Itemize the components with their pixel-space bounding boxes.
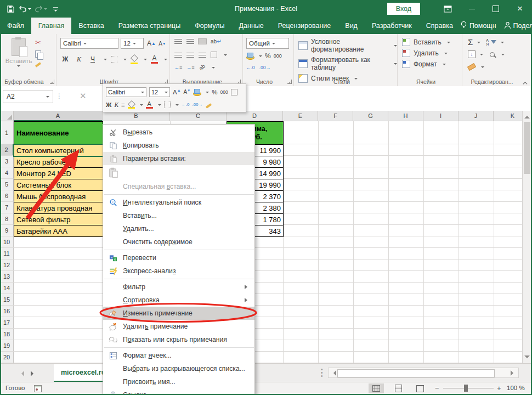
- mini-comma-button[interactable]: 000: [220, 89, 228, 95]
- italic-button[interactable]: К: [74, 54, 84, 65]
- fill-color-icon[interactable]: [131, 55, 138, 64]
- menu-item-edit-comment[interactable]: Изменить примечание: [103, 307, 254, 320]
- scroll-up-icon[interactable]: [524, 113, 530, 119]
- menu-item-show-hide-comments[interactable]: Показать или скрыть примечания: [103, 333, 254, 346]
- menu-item-define-name[interactable]: Присвоить имя...: [103, 375, 254, 388]
- scroll-left-icon[interactable]: [331, 370, 336, 376]
- mini-fill-color-icon[interactable]: [128, 101, 135, 109]
- menu-item-delete-cells[interactable]: Удалить...: [103, 222, 254, 235]
- row-header-10[interactable]: 10: [0, 236, 14, 247]
- align-middle-icon[interactable]: [186, 39, 194, 44]
- menu-item-paste-special[interactable]: Специальная вставка...: [103, 180, 254, 193]
- underline-dropdown[interactable]: [104, 59, 107, 62]
- share-label[interactable]: Поделиться: [513, 22, 532, 30]
- mini-align-icon[interactable]: ≡: [121, 101, 125, 108]
- scroll-down-icon[interactable]: [524, 356, 530, 361]
- mini-grow-font-button[interactable]: A▲: [173, 88, 181, 95]
- maximize-button[interactable]: [484, 0, 508, 18]
- signin-button[interactable]: Вход: [387, 3, 420, 15]
- row-header-18[interactable]: 18: [0, 329, 14, 340]
- bold-button[interactable]: Ж: [60, 54, 70, 65]
- mini-borders-icon[interactable]: [164, 101, 171, 108]
- row-header-2[interactable]: 2: [0, 144, 14, 155]
- row-header-4[interactable]: 4: [0, 167, 14, 178]
- font-name-combo[interactable]: Calibri: [60, 38, 118, 49]
- font-size-combo[interactable]: 12: [121, 38, 144, 49]
- borders-dropdown[interactable]: [123, 59, 127, 62]
- mini-font-color-icon[interactable]: А: [146, 101, 153, 109]
- menu-item-format-cells[interactable]: Формат ячеек...: [103, 349, 254, 362]
- menu-item-paste-option[interactable]: [103, 165, 254, 180]
- tab-insert[interactable]: Вставка: [71, 18, 111, 34]
- increase-decimal-icon[interactable]: ←.0: [246, 65, 255, 70]
- menu-item-delete-comment[interactable]: Удалить примечание: [103, 320, 254, 333]
- name-box[interactable]: A2: [3, 90, 53, 103]
- horizontal-scroll-thumb[interactable]: [337, 369, 495, 377]
- align-left-icon[interactable]: [174, 53, 182, 58]
- macro-record-icon[interactable]: [34, 385, 42, 392]
- row-header-12[interactable]: 12: [0, 259, 14, 270]
- menu-item-sort[interactable]: Сортировка: [103, 294, 254, 307]
- mini-font-color-dropdown[interactable]: [158, 104, 161, 108]
- autosum-dropdown[interactable]: [477, 42, 480, 45]
- mini-percent-button[interactable]: %: [212, 89, 217, 95]
- vertical-scrollbar[interactable]: [522, 111, 531, 363]
- tab-data[interactable]: Данные: [232, 18, 271, 34]
- percent-style-button[interactable]: %: [265, 52, 271, 60]
- orientation-icon[interactable]: ab: [197, 63, 206, 72]
- undo-icon[interactable]: [19, 3, 31, 15]
- qat-customize-icon[interactable]: [50, 3, 60, 15]
- cell-A4[interactable]: Монитор 24 LED: [14, 167, 103, 179]
- clear-dropdown[interactable]: [481, 66, 484, 70]
- increase-indent-icon[interactable]: →≡: [186, 65, 194, 70]
- menu-item-copy[interactable]: Копировать: [103, 139, 254, 152]
- column-header-E[interactable]: E: [283, 111, 318, 121]
- row-header-7[interactable]: 7: [0, 202, 14, 213]
- find-dropdown[interactable]: [501, 54, 505, 57]
- underline-button[interactable]: Ч: [88, 54, 98, 65]
- align-right-icon[interactable]: [199, 53, 206, 58]
- number-format-combo[interactable]: Общий: [246, 38, 289, 49]
- column-header-F[interactable]: F: [318, 111, 353, 121]
- zoom-slider-handle[interactable]: [464, 385, 468, 392]
- styles-item-1[interactable]: Форматировать как таблицу: [298, 56, 397, 71]
- mini-increase-decimal-icon[interactable]: ←.0: [182, 102, 190, 107]
- column-header-G[interactable]: G: [353, 111, 388, 121]
- row-header-11[interactable]: 11: [0, 248, 14, 259]
- mini-font-name-combo[interactable]: Calibri: [106, 87, 146, 97]
- menu-item-cut[interactable]: Вырезать: [103, 126, 254, 139]
- table-header-name[interactable]: Наименование: [14, 121, 103, 145]
- row-header-8[interactable]: 8: [0, 213, 14, 224]
- zoom-out-button[interactable]: −: [435, 384, 439, 392]
- tab-file[interactable]: Файл: [0, 18, 31, 34]
- align-top-icon[interactable]: [174, 39, 182, 44]
- vertical-scroll-thumb[interactable]: [524, 122, 530, 174]
- mini-italic-button[interactable]: К: [114, 101, 118, 108]
- next-sheet-icon[interactable]: [31, 371, 36, 376]
- sort-filter-dropdown[interactable]: [501, 42, 504, 45]
- grow-font-button[interactable]: A▲: [146, 38, 156, 49]
- wrap-text-icon[interactable]: ab↵: [211, 38, 222, 44]
- mini-decrease-decimal-icon[interactable]: .00→: [192, 102, 202, 107]
- page-break-view-button[interactable]: [412, 383, 428, 393]
- row-header-15[interactable]: 15: [0, 294, 14, 305]
- page-layout-view-button[interactable]: [390, 383, 406, 393]
- cut-icon[interactable]: ✂: [35, 38, 41, 47]
- menu-item-clear-contents[interactable]: Очистить содержимое: [103, 235, 254, 249]
- collapse-ribbon-icon[interactable]: [523, 78, 528, 83]
- font-color-dropdown[interactable]: [164, 59, 167, 62]
- clear-eraser-icon[interactable]: [467, 63, 476, 71]
- clipboard-dialog-launcher[interactable]: [50, 80, 54, 84]
- comma-style-button[interactable]: 000: [274, 53, 282, 59]
- tab-review[interactable]: Рецензирование: [271, 18, 338, 34]
- zoom-slider-track[interactable]: [443, 388, 494, 388]
- find-select-icon[interactable]: [490, 52, 495, 57]
- menu-item-quick-analysis[interactable]: Экспресс-анализ: [103, 264, 254, 278]
- cells-item-2[interactable]: Формат: [402, 60, 450, 68]
- mini-bold-button[interactable]: Ж: [106, 101, 111, 108]
- column-header-J[interactable]: J: [459, 111, 494, 121]
- column-header-I[interactable]: I: [423, 111, 459, 121]
- tab-formulas[interactable]: Формулы: [188, 18, 231, 34]
- autosum-icon[interactable]: Σ: [468, 37, 473, 47]
- tab-splitter[interactable]: •••: [321, 368, 323, 378]
